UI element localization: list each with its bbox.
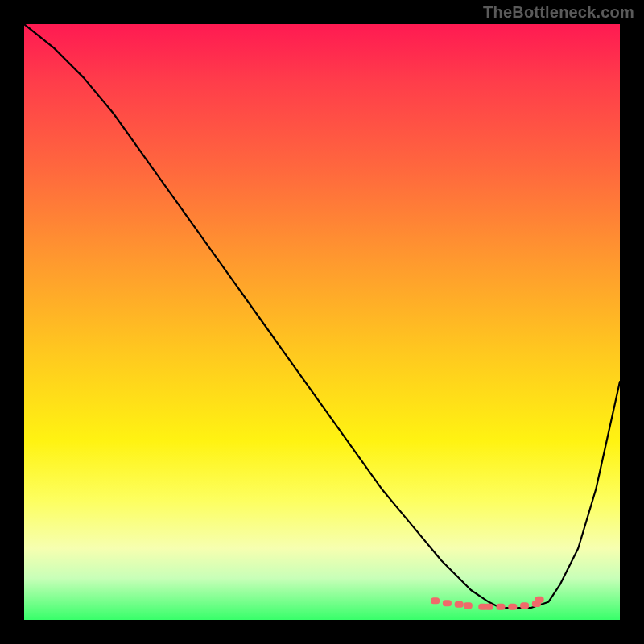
scatter-point [464, 602, 473, 609]
bottleneck-curve [24, 24, 620, 608]
scatter-point [455, 601, 464, 608]
recommended-range-points [431, 597, 544, 610]
scatter-point [497, 604, 506, 610]
watermark-text: TheBottleneck.com [483, 3, 634, 22]
scatter-point [485, 604, 493, 610]
curve-layer [24, 24, 620, 620]
chart-frame: TheBottleneck.com [0, 0, 644, 644]
scatter-point [520, 602, 529, 609]
plot-area [24, 24, 620, 620]
scatter-point [508, 604, 517, 610]
scatter-point [443, 600, 452, 606]
scatter-point [535, 597, 544, 603]
scatter-point [431, 597, 440, 604]
